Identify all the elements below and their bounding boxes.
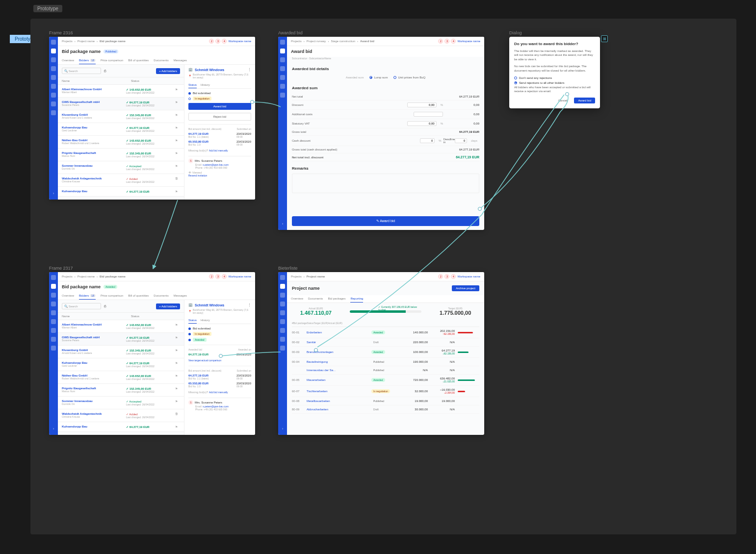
logo-icon[interactable] [51, 40, 56, 45]
nav-icon[interactable] [51, 346, 56, 351]
nav-icon[interactable] [280, 293, 285, 298]
report-row[interactable]: 80-09AbbrucharbeitenDraft30.000,00N/A [292, 405, 479, 414]
bidder-row[interactable]: Sommer InnenausbauDominik Ott✓ AcceptedL… [58, 397, 184, 409]
deadline-input[interactable] [455, 138, 467, 143]
tab-msgs[interactable]: Messages [174, 292, 187, 300]
nav-mail-icon[interactable] [51, 49, 56, 53]
archive-button[interactable]: Archive project [452, 285, 479, 291]
nav-icon[interactable] [280, 66, 285, 71]
bidder-row[interactable]: Prignitz BaugesellschaftMarius Horn✓ 152… [58, 384, 184, 397]
discount-input[interactable] [407, 102, 437, 107]
bidder-row[interactable]: Waldscheidt AnlagentechnikChristine Krau… [58, 174, 184, 187]
tab-boq[interactable]: Bill of quantities [128, 292, 149, 300]
bidder-row[interactable]: Kuhsendorpp Bau✓ 64.277,19 EUR⚑ [58, 187, 184, 197]
dtab-history[interactable]: History [201, 82, 210, 88]
nav-icon[interactable] [280, 84, 285, 89]
nav-icon[interactable] [280, 310, 285, 315]
nav-clock-icon[interactable] [51, 110, 56, 115]
nav-icon[interactable] [280, 75, 285, 80]
tab-reporting[interactable]: Reporting [350, 295, 363, 302]
tab-msgs[interactable]: Messages [174, 57, 187, 64]
nav-icon[interactable] [51, 337, 56, 342]
tab-overview[interactable]: Overview [62, 292, 74, 300]
radio-no-rejections[interactable]: Don't send any rejections [514, 76, 595, 80]
nav-doc-icon[interactable] [51, 57, 56, 62]
tab-boq[interactable]: Bill of quantities [128, 57, 149, 64]
report-row[interactable]: 00-08MetallbauarbeitenPublished19.000,00… [292, 397, 479, 405]
nav-icon[interactable] [51, 284, 56, 289]
tab-docs[interactable]: Documents [154, 57, 168, 64]
tab-overview[interactable]: Overview [291, 295, 303, 302]
report-row[interactable]: 00-02SanitärDraft220.000,00N/A [292, 338, 479, 347]
nav-icon[interactable] [280, 57, 285, 62]
bidder-row[interactable]: Kuhsendorpp BauGerd Leubner✓ 64.277,19 E… [58, 358, 184, 371]
tab-bidders[interactable]: Bidders18 [79, 292, 96, 300]
nav-icon[interactable] [280, 337, 285, 342]
cancel-button[interactable]: Cancel [554, 98, 572, 103]
add-bidders-button[interactable]: + Add bidders [156, 68, 180, 74]
tab-bidpackages[interactable]: Bid packages [328, 295, 345, 302]
report-row[interactable]: Innenausbau der Sa...PublishedN/AN/A [292, 366, 479, 375]
report-row[interactable]: 00-03BrandschutzanlagenAwarded100.000,00… [292, 347, 479, 358]
more-icon[interactable]: ⋮ [248, 303, 251, 307]
tab-price[interactable]: Price comparison [101, 57, 123, 64]
report-row[interactable]: 00-05MauerarbeitenAwarded720.000,00636.4… [292, 375, 479, 386]
nav-icon[interactable] [280, 93, 285, 98]
logo-icon[interactable] [51, 275, 56, 280]
nav-icon[interactable] [280, 284, 285, 289]
vat-input[interactable] [407, 121, 437, 126]
nav-print-icon[interactable] [51, 101, 56, 106]
nav-icon[interactable] [280, 319, 285, 324]
expand-chevron-icon[interactable]: › [53, 427, 54, 431]
nav-page-icon[interactable] [51, 93, 56, 98]
bidder-row[interactable]: Kuhsendorpp Bau✓ 64.277,19 EUR⚑ [58, 422, 184, 432]
bidder-row[interactable]: Albert Kleinmachnow GmbHWerner Albert✓ 1… [58, 85, 184, 98]
nav-users-icon[interactable] [51, 75, 56, 80]
resend-link[interactable]: Resend invitation [188, 174, 251, 177]
nav-icon[interactable] [280, 328, 285, 333]
bidder-row[interactable]: GWS Baugesellschaft mbHSusanne Peters✓ 6… [58, 98, 184, 110]
nav-icon[interactable] [51, 328, 56, 333]
tab-bidders[interactable]: Bidders18 [79, 57, 96, 64]
award-bid-button[interactable]: Award bid [188, 103, 251, 110]
nav-icon[interactable] [280, 346, 285, 351]
bidder-row[interactable]: Näther-Bau GmbHRobert Waldschmidt und 1 … [58, 136, 184, 149]
remarks-textarea[interactable] [292, 174, 479, 193]
notif-badge[interactable]: 2 [209, 39, 214, 44]
report-row[interactable]: 00-01ErdarbeitenAwarded140.000,00202.156… [292, 327, 479, 338]
notif-badge[interactable]: 4 [222, 39, 227, 44]
bidder-row[interactable]: Klusenburg GmbHArnold Küsen und 1 weiter… [58, 110, 184, 123]
expand-chevron-icon[interactable]: › [282, 427, 284, 431]
radio-lump[interactable]: Lump sum [369, 76, 388, 79]
logo-icon[interactable] [280, 275, 285, 280]
radio-send-rejections[interactable]: Send rejections to all other bidders [514, 80, 595, 85]
nav-icon[interactable] [51, 310, 56, 315]
nav-mail-icon[interactable] [280, 49, 285, 53]
notif-badge[interactable]: 3 [215, 39, 220, 44]
filter-icon[interactable]: ⎙ [104, 304, 106, 308]
report-row[interactable]: 60-07TischlerarbeitenIn negotiation32.00… [292, 386, 479, 397]
addcost-input[interactable] [414, 112, 443, 117]
tab-overview[interactable]: Overview [62, 57, 74, 64]
reject-bid-button[interactable]: Reject bid [188, 113, 251, 121]
bidder-row[interactable]: Sommer InnenausbauDominik Ott✓ AcceptedL… [58, 161, 184, 174]
bidder-row[interactable]: GWS Baugesellschaft mbHSusanne Peters✓ 6… [58, 333, 184, 346]
tab-docs[interactable]: Documents [154, 292, 168, 300]
cash-input[interactable] [420, 138, 435, 143]
report-row[interactable]: 00-04BauteilreinigungPublished190.000,00… [292, 358, 479, 366]
expand-chevron-icon[interactable]: › [282, 222, 284, 226]
expand-chevron-icon[interactable]: › [53, 191, 54, 196]
bidder-row[interactable]: Näther-Bau GmbHRobert Waldschmidt und 1 … [58, 371, 184, 384]
nav-icon[interactable] [51, 302, 56, 306]
search-input[interactable]: 🔍 Search [62, 303, 101, 309]
bidder-row[interactable]: Klusenburg GmbHArnold Küsen und 1 weiter… [58, 346, 184, 358]
bidder-row[interactable]: Prignitz BaugesellschaftMarius Horn✓ 152… [58, 149, 184, 161]
close-icon[interactable]: ⊠ [601, 35, 608, 42]
tab-price[interactable]: Price comparison [101, 292, 123, 300]
bidder-row[interactable]: Albert Kleinmachnow GmbHWerner Albert✓ 1… [58, 320, 184, 333]
confirm-award-button[interactable]: Award bid [574, 98, 595, 103]
filter-icon[interactable]: ⎙ [104, 69, 106, 73]
logo-icon[interactable] [280, 40, 285, 45]
search-input[interactable]: 🔍 Search [62, 68, 101, 74]
bidder-row[interactable]: Waldscheidt AnlagentechnikChristine Krau… [58, 409, 184, 422]
